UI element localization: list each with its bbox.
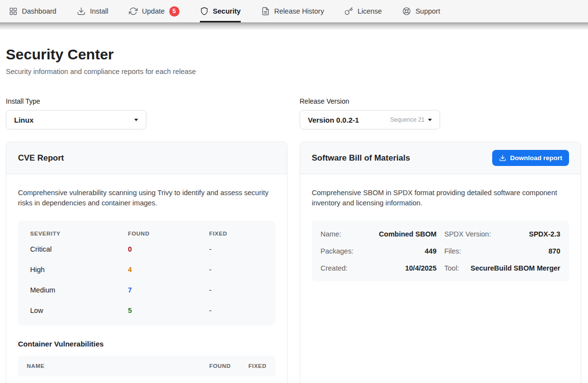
nav-item-label: License (357, 7, 382, 15)
download-icon (77, 7, 86, 16)
sbom-info-created: Created: 10/4/2025 (321, 259, 437, 276)
info-value: 10/4/2025 (405, 264, 437, 272)
info-value: SPDX-2.3 (529, 230, 560, 238)
fixed-value: - (209, 266, 263, 274)
nav-item-label: Install (90, 7, 108, 15)
severity-label: Low (30, 307, 128, 314)
release-version-select[interactable]: Version 0.0.2-1 Sequence 21 (300, 110, 440, 129)
container-vulnerabilities-title: Container Vulnerabilities (18, 340, 275, 348)
sbom-card-title: Software Bill of Materials (312, 153, 410, 163)
download-icon (499, 154, 506, 162)
fixed-column-header: FIXED (209, 231, 263, 237)
nav-item-license[interactable]: License (344, 0, 382, 22)
fixed-value: - (209, 286, 263, 294)
found-value: 5 (128, 307, 209, 314)
sbom-description: Comprehensive SBOM in SPDX format provid… (312, 188, 569, 208)
name-column-header: NAME (27, 363, 209, 369)
sequence-badge: Sequence 21 (390, 116, 425, 123)
shield-icon (200, 7, 209, 16)
page-title: Security Center (6, 46, 581, 63)
dashboard-grid-icon (9, 7, 18, 16)
sbom-info-grid: Name: Combined SBOM SPDX Version: SPDX-2… (312, 220, 569, 281)
life-ring-icon (402, 7, 411, 16)
nav-item-update[interactable]: Update 5 (129, 0, 179, 22)
fixed-column-header: FIXED (249, 363, 267, 369)
document-icon (261, 7, 270, 16)
fixed-value: - (209, 245, 263, 253)
sbom-card-header: Software Bill of Materials Download repo… (300, 142, 581, 174)
sbom-info-tool: Tool: SecureBuild SBOM Merger (445, 259, 561, 276)
severity-label: Medium (30, 286, 128, 294)
found-value: 0 (128, 245, 209, 253)
release-version-filter: Release Version Version 0.0.2-1 Sequence… (300, 97, 581, 129)
nav-item-support[interactable]: Support (402, 0, 440, 22)
nav-item-label: Dashboard (22, 7, 56, 15)
nav-item-release-history[interactable]: Release History (261, 0, 324, 22)
nav-item-security[interactable]: Security (200, 0, 241, 22)
sbom-card-body: Comprehensive SBOM in SPDX format provid… (300, 174, 581, 293)
cve-card-title: CVE Report (18, 153, 64, 163)
nav-item-label: Security (213, 7, 241, 15)
severity-row-high: High 4 - (18, 259, 275, 280)
page-subtitle: Security information and compliance repo… (6, 68, 581, 75)
container-vulnerabilities-table-header: NAME FOUND FIXED (18, 356, 275, 376)
sbom-info-spdx-version: SPDX Version: SPDX-2.3 (445, 225, 561, 242)
install-type-filter: Install Type Linux (6, 97, 287, 129)
severity-row-medium: Medium 7 - (18, 280, 275, 300)
nav-item-label: Release History (274, 7, 324, 15)
severity-label: Critical (30, 245, 128, 253)
info-label: Packages: (321, 247, 354, 255)
sbom-info-packages: Packages: 449 (321, 242, 437, 259)
nav-item-label: Update (142, 7, 165, 15)
release-version-label: Release Version (300, 97, 581, 105)
nav-item-install[interactable]: Install (77, 0, 108, 22)
info-value: 449 (425, 247, 436, 255)
update-count-badge: 5 (169, 6, 179, 17)
info-value: Combined SBOM (379, 230, 436, 238)
install-type-label: Install Type (6, 97, 287, 105)
install-type-select[interactable]: Linux (6, 110, 146, 129)
download-report-button[interactable]: Download report (492, 150, 569, 166)
cve-report-card: CVE Report Comprehensive vulnerability s… (6, 142, 287, 383)
report-cards-row: CVE Report Comprehensive vulnerability s… (6, 142, 581, 383)
found-column-header: FOUND (209, 363, 231, 369)
chevron-down-icon (428, 119, 432, 121)
fixed-value: - (209, 307, 263, 314)
install-type-value: Linux (14, 116, 34, 124)
sbom-card: Software Bill of Materials Download repo… (300, 142, 581, 383)
found-column-header: FOUND (128, 231, 209, 237)
severity-table: SEVERITY FOUND FIXED Critical 0 - High 4… (18, 221, 275, 326)
key-icon (344, 7, 353, 16)
severity-column-header: SEVERITY (30, 231, 128, 237)
found-value: 4 (128, 266, 209, 274)
nav-item-dashboard[interactable]: Dashboard (9, 0, 56, 22)
download-report-label: Download report (510, 154, 562, 162)
filters-row: Install Type Linux Release Version Versi… (6, 97, 581, 129)
sbom-info-name: Name: Combined SBOM (321, 225, 437, 242)
nav-shadow-divider (0, 22, 588, 30)
severity-label: High (30, 266, 128, 274)
info-label: Created: (321, 264, 348, 272)
chevron-down-icon (134, 119, 138, 121)
info-label: SPDX Version: (445, 230, 491, 238)
release-version-value: Version 0.0.2-1 (308, 116, 359, 124)
severity-row-low: Low 5 - (18, 300, 275, 321)
cve-description: Comprehensive vulnerability scanning usi… (18, 188, 275, 208)
info-label: Name: (321, 230, 341, 238)
info-value: 870 (549, 247, 560, 255)
found-value: 7 (128, 286, 209, 294)
top-nav: Dashboard Install Update 5 Security Rele… (0, 0, 588, 22)
cve-card-body: Comprehensive vulnerability scanning usi… (6, 174, 287, 383)
sbom-info-files: Files: 870 (445, 242, 561, 259)
refresh-icon (129, 7, 138, 16)
cve-card-header: CVE Report (6, 142, 287, 174)
severity-row-critical: Critical 0 - (18, 239, 275, 259)
info-value: SecureBuild SBOM Merger (470, 264, 560, 272)
nav-item-label: Support (415, 7, 440, 15)
main-content: Security Center Security information and… (0, 46, 588, 383)
severity-table-header: SEVERITY FOUND FIXED (18, 224, 275, 239)
info-label: Files: (445, 247, 462, 255)
info-label: Tool: (445, 264, 460, 272)
